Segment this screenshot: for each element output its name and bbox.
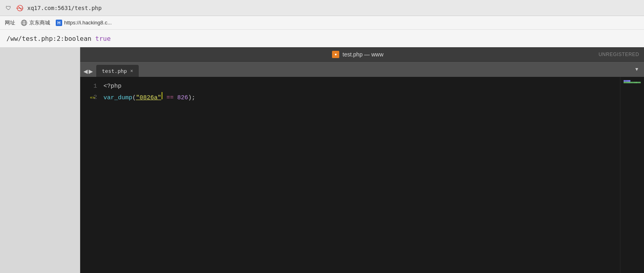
code-cursor bbox=[162, 92, 162, 99]
tab-close-button[interactable]: × bbox=[130, 68, 133, 74]
bookmarks-bar: 网址 京东商城 H https://i.hacking8.c... bbox=[0, 16, 644, 30]
editor-titlebar: ● test.php — www UNREGISTERED bbox=[80, 47, 644, 62]
minimap-content: ████████ ████████████████████ bbox=[624, 80, 641, 83]
code-paren-open: ( bbox=[132, 92, 136, 104]
editor-file-icon: ● bbox=[332, 51, 339, 58]
php-open-tag: <?php bbox=[103, 81, 122, 92]
nav-arrows[interactable]: ◀ ▶ bbox=[83, 68, 93, 77]
left-sidebar bbox=[0, 47, 80, 273]
jingdong-label: 京东商城 bbox=[29, 19, 50, 26]
php-output-value: true bbox=[95, 35, 111, 42]
line-number-1: 1 bbox=[83, 81, 97, 92]
tab-filename: test.php bbox=[102, 68, 127, 74]
tab-bar: ◀ ▶ test.php × ▼ bbox=[80, 62, 644, 77]
shield-icon: 🛡 bbox=[5, 4, 12, 12]
bookmark-wangzhi[interactable]: 网址 bbox=[5, 19, 15, 26]
tab-dropdown-icon[interactable]: ▼ bbox=[634, 66, 639, 72]
minimap: ████████ ████████████████████ bbox=[620, 77, 644, 273]
globe-icon bbox=[21, 20, 27, 26]
h-icon: H bbox=[56, 20, 62, 26]
code-line-1: <?php bbox=[100, 81, 620, 92]
hacking-label: https://i.hacking8.c... bbox=[64, 20, 112, 26]
nav-next-icon[interactable]: ▶ bbox=[89, 68, 93, 74]
editor-tab-test-php[interactable]: test.php × bbox=[96, 65, 139, 77]
code-number: 826 bbox=[177, 92, 188, 104]
code-paren-close: ); bbox=[188, 92, 195, 104]
code-area[interactable]: 1 2 <?php «» var_dump("0826a" == 826); bbox=[80, 77, 644, 273]
code-operator: == bbox=[166, 92, 174, 104]
code-line-2[interactable]: «» var_dump("0826a" == 826); bbox=[100, 92, 620, 104]
line-numbers: 1 2 bbox=[80, 77, 100, 273]
nav-prev-icon[interactable]: ◀ bbox=[83, 68, 88, 74]
code-string: "0826a" bbox=[136, 92, 161, 104]
bookmark-jingdong[interactable]: 京东商城 bbox=[21, 19, 50, 26]
unregistered-label: UNREGISTERED bbox=[599, 52, 639, 57]
browser-url[interactable]: xq17.com:5631/test.php bbox=[27, 5, 101, 11]
browser-address-bar: 🛡 🚫 xq17.com:5631/test.php bbox=[0, 0, 644, 16]
code-var-dump: var_dump bbox=[103, 92, 132, 104]
page-content: /ww/test.php:2:boolean true ● test.php —… bbox=[0, 30, 644, 273]
editor-panel[interactable]: ● test.php — www UNREGISTERED ◀ ▶ test.p… bbox=[80, 47, 644, 273]
editor-title-text: test.php — www bbox=[342, 51, 383, 58]
php-output-path: /ww/test.php:2:boolean bbox=[6, 35, 95, 42]
wangzhi-label: 网址 bbox=[5, 19, 15, 26]
editor-title-center: ● test.php — www bbox=[332, 51, 383, 58]
code-lines[interactable]: <?php «» var_dump("0826a" == 826); bbox=[100, 77, 620, 273]
block-icon: 🚫 bbox=[16, 4, 23, 12]
bookmark-hacking[interactable]: H https://i.hacking8.c... bbox=[56, 20, 112, 26]
php-output: /ww/test.php:2:boolean true bbox=[0, 30, 644, 47]
gutter-marker: «» bbox=[90, 92, 95, 103]
editor-wrapper: ● test.php — www UNREGISTERED ◀ ▶ test.p… bbox=[0, 47, 644, 273]
